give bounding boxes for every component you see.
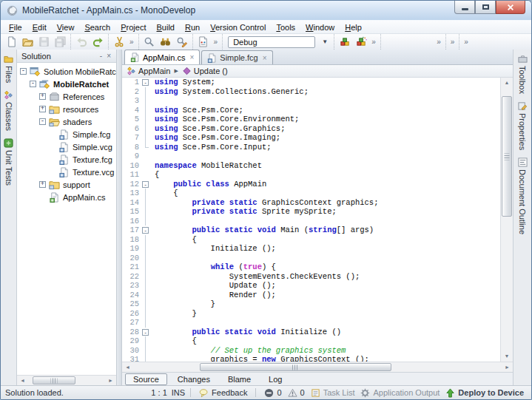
- editor-tab-simple.fcg[interactable]: Simple.fcg×: [201, 50, 272, 64]
- breadcrumb-item-appmain[interactable]: AppMain: [127, 67, 170, 75]
- undo-button[interactable]: [73, 35, 90, 49]
- code-line-5[interactable]: 5using Sce.Psm.Core.Environment;: [122, 115, 500, 124]
- expand-icon[interactable]: +: [39, 106, 46, 112]
- view-tab-log[interactable]: Log: [261, 374, 289, 384]
- code-line-30[interactable]: 30 // Set up the graphics system: [122, 346, 500, 356]
- fold-collapse-icon[interactable]: -: [142, 329, 149, 336]
- code-line-12[interactable]: 12- public class AppMain: [122, 180, 500, 189]
- configuration-dropdown-icon[interactable]: ▼: [318, 35, 331, 49]
- debug-document-button[interactable]: [195, 35, 212, 49]
- scroll-right-icon[interactable]: ►: [105, 378, 116, 383]
- menu-run[interactable]: Run: [180, 22, 205, 33]
- pad-splitter[interactable]: [116, 50, 122, 385]
- redo-button[interactable]: [90, 35, 106, 49]
- dock-tab-files[interactable]: Files: [4, 54, 13, 83]
- code-editor[interactable]: 1-using System;2using System.Collections…: [122, 78, 500, 362]
- solution-scrollbar-horizontal[interactable]: ◄ ►: [17, 375, 116, 385]
- search-button[interactable]: [141, 35, 158, 49]
- code-line-14[interactable]: 14 private static GraphicsContext graphi…: [122, 198, 500, 208]
- view-tab-source[interactable]: Source: [125, 373, 167, 385]
- view-tab-blame[interactable]: Blame: [220, 374, 258, 384]
- toolbar-overflow-icon[interactable]: »: [448, 38, 457, 46]
- solution-pad-close-button[interactable]: ×: [104, 52, 113, 60]
- scrollbar-thumb[interactable]: [200, 363, 391, 371]
- fold-collapse-icon[interactable]: -: [142, 227, 149, 234]
- menu-help[interactable]: Help: [340, 22, 367, 33]
- code-line-27[interactable]: 27: [122, 318, 500, 328]
- code-line-16[interactable]: 16: [122, 217, 500, 226]
- save-all-button[interactable]: [52, 35, 68, 49]
- code-line-19[interactable]: 19 Initialize ();: [122, 244, 500, 254]
- code-line-21[interactable]: 21 while (true) {: [122, 262, 500, 272]
- deploy-to-device-button[interactable]: Deploy to Device: [445, 388, 524, 398]
- code-line-26[interactable]: 26 }: [122, 309, 500, 319]
- scrollbar-thumb[interactable]: [33, 376, 75, 384]
- warning-count[interactable]: 0: [288, 388, 305, 398]
- menu-project[interactable]: Project: [115, 22, 151, 33]
- menu-window[interactable]: Window: [300, 22, 340, 33]
- code-line-3[interactable]: 3: [122, 96, 500, 106]
- code-line-29[interactable]: 29 {: [122, 336, 500, 346]
- collapse-icon[interactable]: -: [20, 68, 27, 75]
- feedback-button[interactable]: Feedback: [199, 388, 247, 398]
- cut-button[interactable]: [111, 35, 127, 49]
- new-file-button[interactable]: [3, 35, 19, 49]
- editor-scrollbar-horizontal[interactable]: ◄ ►: [122, 362, 513, 372]
- dock-tab-properties[interactable]: Properties: [518, 101, 528, 150]
- code-line-22[interactable]: 22 SystemEvents.CheckEvents ();: [122, 272, 500, 282]
- build-all-button[interactable]: [353, 35, 369, 49]
- open-file-button[interactable]: [19, 35, 36, 49]
- code-line-18[interactable]: 18 {: [122, 235, 500, 245]
- menu-tools[interactable]: Tools: [271, 22, 300, 33]
- scroll-up-icon[interactable]: ▲: [501, 78, 513, 88]
- titlebar[interactable]: MobileRatchet - AppMain.cs - MonoDevelop: [1, 1, 531, 20]
- dock-tab-toolbox[interactable]: Toolbox: [518, 54, 528, 94]
- task-list-button[interactable]: Task List: [311, 388, 355, 398]
- code-line-7[interactable]: 7using Sce.Psm.Core.Imaging;: [122, 133, 500, 143]
- collapse-icon[interactable]: -: [39, 118, 46, 125]
- breadcrumb-item-update[interactable]: Update (): [182, 67, 228, 75]
- menu-edit[interactable]: Edit: [27, 22, 52, 33]
- chevron-right-icon[interactable]: ▶: [174, 68, 178, 74]
- expand-icon[interactable]: +: [39, 181, 46, 188]
- solution-pad-minimize-button[interactable]: -: [98, 52, 104, 60]
- maximize-button[interactable]: [475, 1, 496, 14]
- code-line-13[interactable]: 13 {: [122, 189, 500, 198]
- collapse-icon[interactable]: -: [30, 81, 36, 87]
- code-line-24[interactable]: 24 Render ();: [122, 291, 500, 300]
- editor-tab-appmain.cs[interactable]: AppMain.cs×: [124, 50, 200, 64]
- tree-item-appmain.cs[interactable]: AppMain.cs: [17, 191, 116, 203]
- code-line-6[interactable]: 6using Sce.Psm.Core.Graphics;: [122, 124, 500, 134]
- code-line-23[interactable]: 23 Update ();: [122, 281, 500, 291]
- menu-search[interactable]: Search: [79, 22, 115, 33]
- code-line-4[interactable]: 4using Sce.Psm.Core;: [122, 106, 500, 115]
- tree-item-shaders[interactable]: -shaders: [17, 115, 116, 128]
- expand-icon[interactable]: +: [39, 93, 46, 100]
- tree-item-texture.vcg[interactable]: Texture.vcg: [17, 166, 116, 178]
- view-tab-changes[interactable]: Changes: [170, 374, 218, 384]
- tree-item-references[interactable]: +References: [17, 90, 116, 103]
- scroll-left-icon[interactable]: ◄: [122, 365, 133, 370]
- tree-item-simple.fcg[interactable]: Simple.fcg: [17, 128, 116, 140]
- tree-item-solution-mobileratchet[interactable]: -Solution MobileRatchet: [17, 65, 116, 78]
- save-file-button[interactable]: [36, 35, 52, 49]
- code-line-31[interactable]: 31 graphics = new GraphicsContext ();: [122, 355, 500, 362]
- toolbar-overflow-icon[interactable]: »: [434, 38, 443, 46]
- scroll-right-icon[interactable]: ►: [502, 365, 513, 370]
- fold-collapse-icon[interactable]: -: [142, 181, 149, 188]
- tree-item-support[interactable]: +support: [17, 178, 116, 191]
- tree-item-resources[interactable]: +resources: [17, 103, 116, 115]
- error-count[interactable]: 0: [264, 388, 281, 398]
- build-button[interactable]: [337, 35, 353, 49]
- code-line-1[interactable]: 1-using System;: [122, 78, 500, 87]
- configuration-selector[interactable]: Debug: [228, 36, 315, 48]
- toolbar-overflow-icon[interactable]: »: [127, 38, 136, 46]
- menu-build[interactable]: Build: [152, 22, 180, 33]
- code-line-10[interactable]: 10namespace MobileRatchet: [122, 161, 500, 171]
- dock-tab-unit-tests[interactable]: Unit Tests: [4, 138, 13, 186]
- toolbar-overflow-icon[interactable]: »: [369, 38, 378, 46]
- menu-version-control[interactable]: Version Control: [205, 22, 271, 33]
- code-line-17[interactable]: 17- public static void Main (string[] ar…: [122, 226, 500, 235]
- dock-tab-classes[interactable]: Classes: [4, 90, 13, 131]
- code-line-25[interactable]: 25 }: [122, 299, 500, 309]
